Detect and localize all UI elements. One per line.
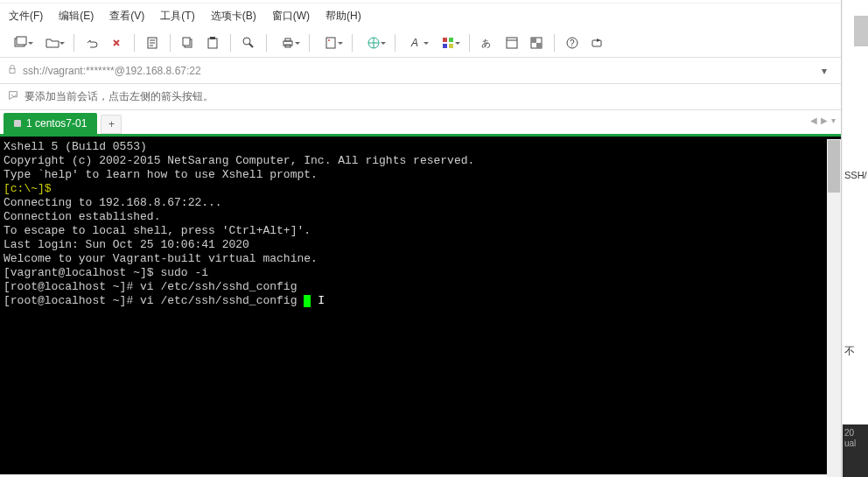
svg-rect-16: [449, 38, 453, 42]
address-dropdown[interactable]: ▾: [822, 65, 834, 77]
terminal[interactable]: Xshell 5 (Build 0553)Copyright (c) 2002-…: [0, 137, 841, 474]
add-session-button[interactable]: [7, 89, 19, 104]
svg-rect-5: [208, 39, 217, 48]
copy-button[interactable]: [178, 32, 199, 53]
svg-point-12: [328, 39, 330, 41]
svg-text:?: ?: [570, 39, 575, 48]
address-text[interactable]: ssh://vagrant:*******@192.168.8.67:22: [23, 65, 816, 77]
fullscreen-button[interactable]: [501, 32, 522, 53]
toolbar: A あ ?: [0, 28, 841, 58]
info-text: 要添加当前会话，点击左侧的箭头按钮。: [24, 89, 214, 104]
menu-tools[interactable]: 工具(T): [160, 9, 194, 24]
about-button[interactable]: [586, 32, 607, 53]
menu-file[interactable]: 文件(F): [9, 9, 43, 24]
add-tab-button[interactable]: +: [101, 115, 122, 134]
terminal-scrollbar[interactable]: [827, 139, 841, 477]
svg-text:A: A: [410, 37, 418, 49]
svg-rect-6: [210, 37, 215, 39]
svg-rect-22: [531, 38, 536, 43]
svg-rect-20: [507, 38, 517, 48]
side-text: SSH/: [844, 170, 867, 180]
help-button[interactable]: ?: [562, 32, 583, 53]
svg-rect-27: [10, 68, 15, 73]
side-dark-panel: 20 ual: [843, 424, 868, 477]
svg-rect-11: [326, 38, 335, 48]
properties-button[interactable]: [142, 32, 163, 53]
menu-edit[interactable]: 编辑(E): [59, 9, 94, 24]
svg-text:あ: あ: [481, 38, 491, 48]
open-button[interactable]: [38, 32, 66, 53]
color-button[interactable]: [434, 32, 462, 53]
svg-rect-4: [183, 38, 190, 46]
tab-menu[interactable]: ▾: [831, 116, 836, 125]
menu-window[interactable]: 窗口(W): [272, 9, 310, 24]
side-panel: SSH/ 不 20 ual: [843, 0, 868, 477]
address-bar: ssh://vagrant:*******@192.168.8.67:22 ▾: [0, 58, 841, 84]
transparent-button[interactable]: [526, 32, 547, 53]
menu-bar: 文件(F) 编辑(E) 查看(V) 工具(T) 选项卡(B) 窗口(W) 帮助(…: [0, 4, 841, 28]
paste-button[interactable]: [202, 32, 223, 53]
tab-next[interactable]: ▶: [821, 116, 828, 125]
encoding-button[interactable]: あ: [477, 32, 498, 53]
tab-status-icon: [14, 120, 21, 127]
lock-icon: [7, 64, 18, 77]
menu-view[interactable]: 查看(V): [109, 9, 144, 24]
menu-tabs[interactable]: 选项卡(B): [211, 9, 256, 24]
svg-point-7: [243, 38, 250, 45]
new-session-button[interactable]: [7, 32, 35, 53]
svg-rect-18: [449, 44, 453, 48]
log-button[interactable]: [317, 32, 345, 53]
svg-rect-15: [443, 38, 447, 42]
font-button[interactable]: A: [402, 32, 430, 53]
side-text: 不: [844, 344, 855, 359]
svg-rect-1: [17, 37, 26, 45]
tab-label: 1 centos7-01: [26, 117, 87, 130]
menu-help[interactable]: 帮助(H): [326, 9, 361, 24]
find-button[interactable]: [238, 32, 259, 53]
reconnect-button[interactable]: [81, 32, 102, 53]
svg-rect-17: [443, 44, 447, 48]
xftp-button[interactable]: [360, 32, 388, 53]
print-button[interactable]: [274, 32, 302, 53]
tab-active[interactable]: 1 centos7-01: [4, 113, 97, 134]
info-bar: 要添加当前会话，点击左侧的箭头按钮。: [0, 84, 841, 110]
scrollbar-thumb[interactable]: [828, 140, 840, 193]
tab-bar: 1 centos7-01 + ◀ ▶ ▾: [0, 110, 841, 137]
tab-prev[interactable]: ◀: [810, 116, 817, 125]
disconnect-button[interactable]: [106, 32, 127, 53]
svg-rect-9: [285, 39, 290, 41]
side-scrollbar[interactable]: [854, 16, 868, 46]
svg-rect-23: [536, 43, 542, 48]
